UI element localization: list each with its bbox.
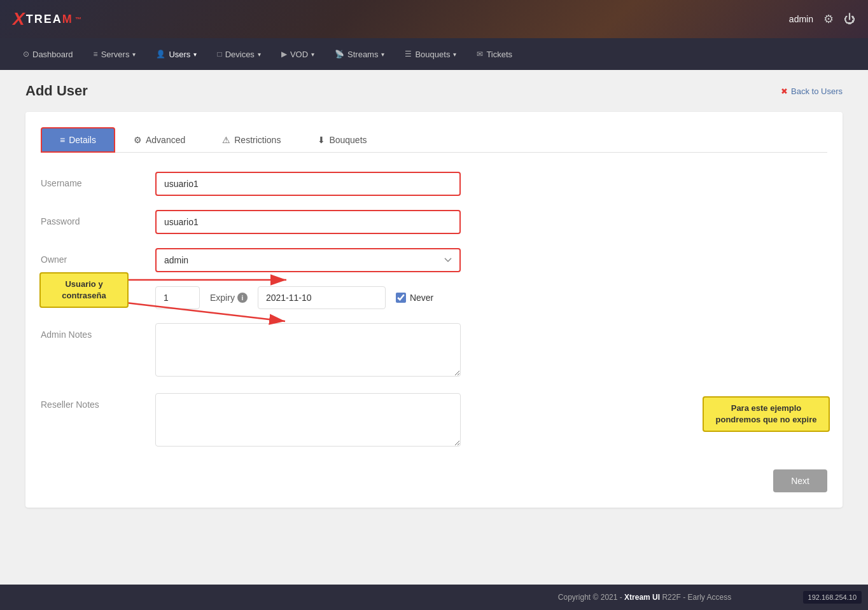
nav-bouquets-label: Bouquets — [415, 50, 450, 59]
expiry-label: Expiry i — [210, 293, 248, 303]
annotation-usuario: Usuario y contraseña — [39, 272, 129, 308]
nav-servers-label: Servers — [101, 50, 130, 59]
form-card: ≡ Details ⚙ Advanced ⚠ Restrictions ⬇ Bo… — [25, 112, 843, 508]
max-connections-row: Max Connections Expiry i Never — [41, 286, 827, 309]
reseller-notes-textarea[interactable] — [155, 393, 461, 447]
max-connections-input[interactable] — [155, 286, 200, 309]
nav-tickets-label: Tickets — [486, 50, 512, 59]
devices-chevron: ▾ — [258, 51, 261, 58]
admin-notes-label: Admin Notes — [41, 323, 143, 340]
nav-dashboard[interactable]: ⊙ Dashboard — [13, 38, 83, 70]
page-header: Add User ✖ Back to Users — [25, 83, 843, 99]
restrictions-tab-icon: ⚠ — [222, 135, 230, 145]
nav-users[interactable]: 👤 Users ▾ — [146, 38, 207, 70]
advanced-tab-label: Advanced — [146, 135, 185, 145]
footer-text: Copyright © 2021 - Xtream UI R22F - Earl… — [434, 593, 855, 602]
nav-devices-label: Devices — [225, 50, 255, 59]
devices-icon: □ — [217, 50, 221, 59]
annotation-expiry: Para este ejemplo pondremos que no expir… — [703, 396, 830, 432]
tab-advanced[interactable]: ⚙ Advanced — [115, 127, 204, 153]
nav-streams-label: Streams — [347, 50, 378, 59]
nav-devices[interactable]: □ Devices ▾ — [207, 38, 271, 70]
footer-version: R22F - Early Access — [662, 593, 731, 602]
never-checkbox[interactable] — [396, 293, 406, 303]
owner-label: Owner — [41, 248, 143, 265]
vod-chevron: ▾ — [311, 51, 314, 58]
restrictions-tab-label: Restrictions — [234, 135, 281, 145]
logo-trademark: ™ — [75, 16, 81, 23]
nav-vod-label: VOD — [290, 50, 308, 59]
page-title: Add User — [25, 83, 88, 99]
details-tab-icon: ≡ — [60, 135, 65, 145]
back-link-icon: ✖ — [781, 87, 788, 96]
logo: X TREAM ™ — [13, 9, 81, 29]
form-tabs: ≡ Details ⚙ Advanced ⚠ Restrictions ⬇ Bo… — [41, 127, 827, 153]
nav-vod[interactable]: ▶ VOD ▾ — [271, 38, 325, 70]
never-checkbox-label: Never — [396, 293, 433, 303]
power-icon[interactable]: ⏻ — [844, 13, 855, 26]
reseller-notes-label: Reseller Notes — [41, 393, 143, 410]
expiry-text: Expiry — [210, 293, 235, 303]
nav-users-label: Users — [169, 50, 190, 59]
bouquets-tab-label: Bouquets — [329, 135, 367, 145]
logo-r: M — [62, 13, 73, 25]
logo-tream: TREAM — [26, 13, 73, 26]
connections-field: Expiry i Never — [155, 286, 433, 309]
tab-bouquets[interactable]: ⬇ Bouquets — [299, 127, 385, 153]
main-nav: ⊙ Dashboard ≡ Servers ▾ 👤 Users ▾ □ Devi… — [0, 38, 868, 70]
password-label: Password — [41, 210, 143, 226]
username-input[interactable] — [155, 172, 461, 196]
advanced-tab-icon: ⚙ — [134, 135, 142, 145]
nav-servers[interactable]: ≡ Servers ▾ — [83, 38, 146, 70]
owner-field: admin — [155, 248, 461, 272]
admin-notes-textarea[interactable] — [155, 323, 461, 377]
password-row: Password — [41, 210, 827, 234]
servers-icon: ≡ — [94, 50, 98, 59]
streams-icon: 📡 — [335, 50, 344, 59]
header: X TREAM ™ admin ⚙ ⏻ — [0, 0, 868, 38]
expiry-info-icon: i — [237, 293, 248, 303]
servers-chevron: ▾ — [132, 51, 136, 58]
footer-ip: 192.168.254.10 — [803, 591, 862, 604]
nav-streams[interactable]: 📡 Streams ▾ — [325, 38, 395, 70]
header-admin-label: admin — [789, 14, 813, 24]
users-chevron: ▾ — [193, 51, 197, 58]
back-link-label: Back to Users — [791, 87, 843, 96]
reseller-notes-field — [155, 393, 461, 449]
nav-bouquets[interactable]: ☰ Bouquets ▾ — [395, 38, 466, 70]
tickets-icon: ✉ — [477, 50, 483, 59]
footer-copyright: Copyright © 2021 - — [558, 593, 624, 602]
username-row: Username — [41, 172, 827, 196]
bouquets-chevron: ▾ — [453, 51, 456, 58]
users-icon: 👤 — [156, 50, 165, 59]
dashboard-icon: ⊙ — [23, 50, 29, 59]
admin-notes-field — [155, 323, 461, 379]
next-button[interactable]: Next — [773, 469, 827, 492]
tab-restrictions[interactable]: ⚠ Restrictions — [204, 127, 299, 153]
form-actions: Next — [41, 463, 827, 492]
password-field — [155, 210, 461, 234]
admin-notes-row: Admin Notes — [41, 323, 827, 379]
details-tab-label: Details — [69, 135, 96, 145]
bouquets-tab-icon: ⬇ — [318, 135, 325, 145]
footer: Copyright © 2021 - Xtream UI R22F - Earl… — [0, 585, 868, 610]
tab-details[interactable]: ≡ Details — [41, 127, 115, 153]
main-content: Usuario y contraseña Para este ejemplo p… — [0, 70, 868, 585]
header-right: admin ⚙ ⏻ — [789, 12, 855, 26]
logo-x: X — [13, 9, 25, 29]
footer-brand: Xtream UI — [624, 593, 660, 602]
back-to-users-link[interactable]: ✖ Back to Users — [781, 87, 843, 96]
streams-chevron: ▾ — [381, 51, 384, 58]
owner-row: Owner admin — [41, 248, 827, 272]
password-input[interactable] — [155, 210, 461, 234]
bouquets-icon: ☰ — [405, 50, 412, 59]
nav-tickets[interactable]: ✉ Tickets — [466, 38, 522, 70]
nav-dashboard-label: Dashboard — [32, 50, 73, 59]
never-label: Never — [410, 293, 433, 303]
expiry-input[interactable] — [258, 286, 386, 309]
gear-icon[interactable]: ⚙ — [823, 12, 834, 26]
username-field — [155, 172, 461, 196]
vod-icon: ▶ — [281, 50, 287, 59]
username-label: Username — [41, 172, 143, 188]
owner-select[interactable]: admin — [155, 248, 461, 272]
